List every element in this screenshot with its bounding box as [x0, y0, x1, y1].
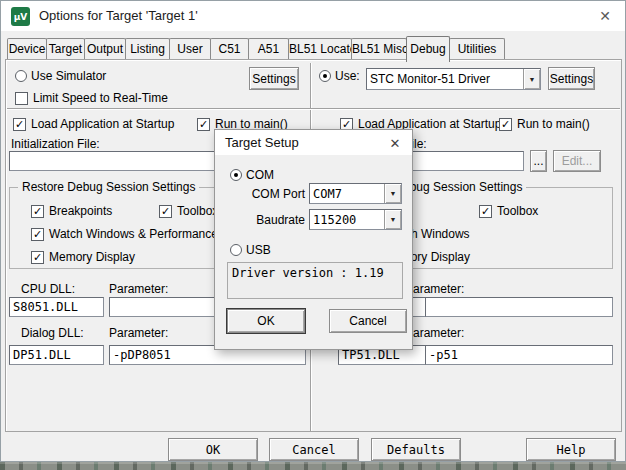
chevron-down-icon[interactable]: ▼ — [384, 210, 401, 229]
defaults-button[interactable]: Defaults — [371, 438, 461, 461]
driver-combo-value: STC Monitor-51 Driver — [367, 69, 523, 89]
driver-version-text: Driver version : 1.19 — [232, 266, 384, 280]
tab-c51[interactable]: C51 — [210, 38, 249, 60]
left-memory-label: Memory Display — [49, 250, 135, 264]
tab-utilities[interactable]: Utilities — [449, 38, 505, 60]
tab-output[interactable]: Output — [84, 38, 126, 60]
left-restore-group-title: Restore Debug Session Settings — [18, 180, 199, 194]
options-dialog: µV Options for Target 'Target 1' ✕ Devic… — [0, 0, 626, 462]
limit-speed-label: Limit Speed to Real-Time — [33, 91, 168, 105]
tab-listing[interactable]: Listing — [125, 38, 170, 60]
use-simulator-radio[interactable] — [15, 70, 27, 82]
baudrate-value: 115200 — [310, 210, 384, 229]
window-title: Options for Target 'Target 1' — [39, 8, 198, 23]
driver-combo[interactable]: STC Monitor-51 Driver ▼ — [366, 68, 541, 90]
use-driver-label: Use: — [335, 69, 360, 83]
left-dialog-dll-label: Dialog DLL: — [21, 326, 84, 340]
left-breakpoints-label: Breakpoints — [49, 204, 112, 218]
help-button[interactable]: Help — [526, 438, 616, 461]
edit-button[interactable]: Edit... — [553, 150, 601, 172]
screen: µV Options for Target 'Target 1' ✕ Devic… — [0, 0, 626, 470]
check-icon: ✓ — [501, 119, 510, 130]
left-dialog-dll-field[interactable]: DP51.DLL — [9, 345, 104, 365]
left-dialog-param-label: Parameter: — [109, 326, 168, 340]
target-setup-close-icon[interactable]: ✕ — [384, 133, 406, 153]
baudrate-label: Baudrate — [230, 213, 305, 227]
right-dialog-param-field[interactable]: -p51 — [425, 345, 613, 365]
close-icon[interactable]: ✕ — [585, 1, 625, 31]
left-init-file-label: Initialization File: — [11, 137, 100, 151]
left-memory-checkbox[interactable]: ✓ — [31, 251, 44, 264]
right-toolbox-checkbox[interactable]: ✓ — [479, 205, 492, 218]
left-load-app-label: Load Application at Startup — [31, 117, 174, 131]
left-toolbox-checkbox[interactable]: ✓ — [159, 205, 172, 218]
left-run-to-main-checkbox[interactable]: ✓ — [197, 118, 210, 131]
check-icon: ✓ — [161, 206, 170, 217]
check-icon: ✓ — [33, 252, 42, 263]
check-icon: ✓ — [15, 119, 24, 130]
limit-speed-checkbox[interactable] — [15, 92, 28, 105]
left-cpu-dll-label: CPU DLL: — [21, 282, 75, 296]
right-dialog-param-label: Parameter: — [405, 326, 464, 340]
target-setup-cancel-button[interactable]: Cancel — [329, 309, 407, 333]
right-toolbox-label: Toolbox — [497, 204, 538, 218]
check-icon: ✓ — [481, 206, 490, 217]
ok-button[interactable]: OK — [168, 438, 258, 461]
top-section-divider — [7, 108, 620, 110]
tab-debug[interactable]: Debug — [406, 36, 450, 62]
driver-settings-button[interactable]: Settings — [548, 67, 595, 90]
left-cpu-param-label: Parameter: — [109, 282, 168, 296]
left-load-app-checkbox[interactable]: ✓ — [13, 118, 26, 131]
chevron-down-icon[interactable]: ▼ — [384, 184, 401, 203]
right-run-to-main-checkbox[interactable]: ✓ — [499, 118, 512, 131]
com-radio-label: COM — [246, 168, 274, 182]
target-setup-dialog: Target Setup ✕ COM COM Port COM7 ▼ Baudr… — [214, 129, 413, 350]
tab-device[interactable]: Device — [7, 38, 47, 60]
left-watch-checkbox[interactable]: ✓ — [31, 228, 44, 241]
check-icon: ✓ — [33, 206, 42, 217]
use-driver-radio[interactable] — [319, 70, 331, 82]
browse-button[interactable]: ... — [530, 150, 547, 172]
com-radio[interactable] — [230, 169, 242, 181]
usb-radio[interactable] — [230, 244, 242, 256]
left-cpu-dll-field[interactable]: S8051.DLL — [9, 297, 104, 317]
check-icon: ✓ — [33, 229, 42, 240]
use-simulator-label: Use Simulator — [31, 69, 106, 83]
left-breakpoints-checkbox[interactable]: ✓ — [31, 205, 44, 218]
target-setup-titlebar: Target Setup ✕ — [215, 130, 412, 155]
simulator-settings-button[interactable]: Settings — [249, 67, 299, 90]
right-run-to-main-label: Run to main() — [517, 117, 590, 131]
chevron-down-icon[interactable]: ▼ — [523, 69, 540, 89]
left-toolbox-label: Toolbox — [177, 204, 218, 218]
baudrate-combo[interactable]: 115200 ▼ — [309, 209, 402, 230]
com-port-value: COM7 — [310, 184, 384, 203]
tab-strip: Device Target Output Listing User C51 A5… — [7, 35, 504, 60]
tab-user[interactable]: User — [169, 38, 211, 60]
titlebar: µV Options for Target 'Target 1' ✕ — [1, 1, 625, 31]
tab-target[interactable]: Target — [46, 38, 85, 60]
target-setup-ok-button[interactable]: OK — [227, 309, 305, 333]
com-port-combo[interactable]: COM7 ▼ — [309, 183, 402, 204]
check-icon: ✓ — [342, 119, 351, 130]
right-cpu-param-label: Parameter: — [405, 282, 464, 296]
check-icon: ✓ — [199, 119, 208, 130]
tab-a51[interactable]: A51 — [248, 38, 289, 60]
usb-radio-label: USB — [246, 243, 271, 257]
com-port-label: COM Port — [230, 187, 305, 201]
right-cpu-param-field[interactable] — [425, 297, 613, 317]
background-app-strip — [0, 462, 626, 470]
cancel-button[interactable]: Cancel — [269, 438, 359, 461]
tab-bl51-locate[interactable]: BL51 Locate — [288, 38, 352, 60]
target-setup-title: Target Setup — [225, 135, 299, 150]
uvision-logo-icon: µV — [11, 7, 30, 26]
tab-bl51-misc[interactable]: BL51 Misc — [351, 38, 407, 60]
driver-version-box: Driver version : 1.19 — [227, 262, 403, 299]
